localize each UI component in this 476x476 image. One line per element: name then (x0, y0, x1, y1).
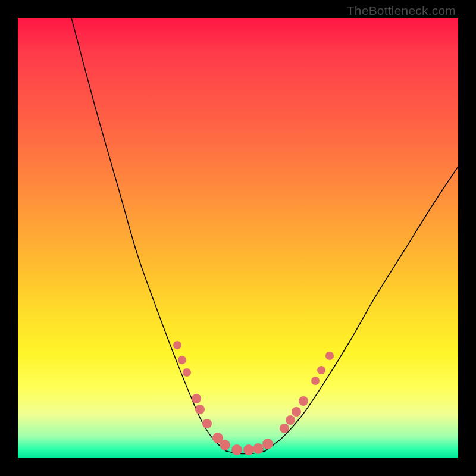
data-marker (299, 396, 308, 406)
data-marker (231, 444, 242, 455)
data-marker (178, 356, 186, 364)
data-marker (317, 366, 325, 374)
data-marker (202, 419, 212, 428)
data-marker (286, 415, 295, 425)
data-marker (311, 377, 320, 385)
data-marker (173, 341, 181, 349)
data-marker (220, 440, 230, 450)
data-marker (292, 407, 301, 416)
data-marker (325, 352, 334, 360)
data-marker (195, 405, 205, 414)
data-marker (192, 394, 201, 403)
data-marker (253, 443, 264, 454)
data-marker (280, 424, 289, 433)
watermark-text: TheBottleneck.com (347, 4, 456, 18)
data-marker (243, 444, 254, 455)
data-marker (183, 368, 191, 377)
data-marker (262, 439, 273, 449)
